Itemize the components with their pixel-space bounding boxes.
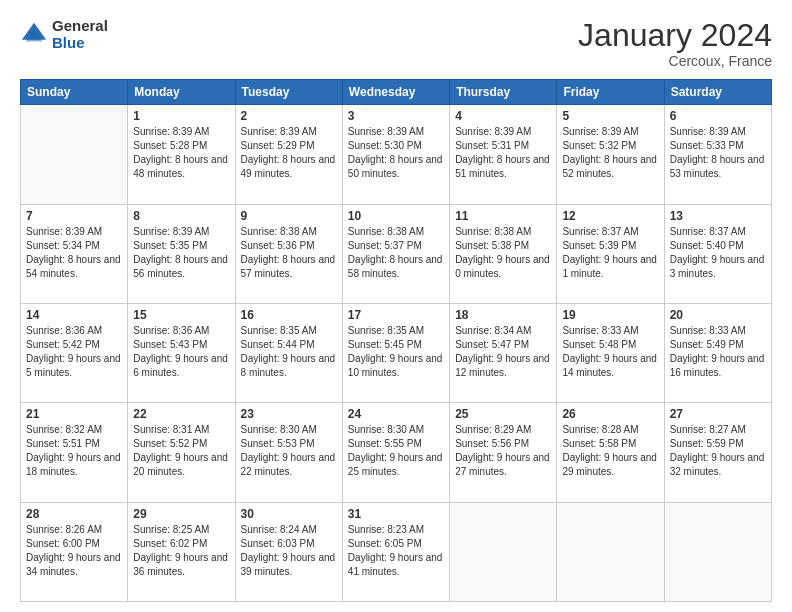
day-number: 8 [133,209,229,223]
col-thursday: Thursday [450,80,557,105]
calendar-cell: 17Sunrise: 8:35 AMSunset: 5:45 PMDayligh… [342,303,449,402]
calendar-cell: 8Sunrise: 8:39 AMSunset: 5:35 PMDaylight… [128,204,235,303]
day-number: 30 [241,507,337,521]
calendar-cell: 13Sunrise: 8:37 AMSunset: 5:40 PMDayligh… [664,204,771,303]
day-number: 11 [455,209,551,223]
calendar-cell: 23Sunrise: 8:30 AMSunset: 5:53 PMDayligh… [235,403,342,502]
calendar-header: Sunday Monday Tuesday Wednesday Thursday… [21,80,772,105]
calendar-cell: 3Sunrise: 8:39 AMSunset: 5:30 PMDaylight… [342,105,449,204]
calendar-cell: 31Sunrise: 8:23 AMSunset: 6:05 PMDayligh… [342,502,449,601]
day-number: 4 [455,109,551,123]
title-area: January 2024 Cercoux, France [578,18,772,69]
day-number: 27 [670,407,766,421]
day-number: 18 [455,308,551,322]
day-number: 12 [562,209,658,223]
calendar-cell: 29Sunrise: 8:25 AMSunset: 6:02 PMDayligh… [128,502,235,601]
day-info: Sunrise: 8:39 AMSunset: 5:34 PMDaylight:… [26,225,122,281]
logo-general-text: General [52,18,108,35]
day-info: Sunrise: 8:38 AMSunset: 5:38 PMDaylight:… [455,225,551,281]
calendar-cell: 11Sunrise: 8:38 AMSunset: 5:38 PMDayligh… [450,204,557,303]
day-number: 16 [241,308,337,322]
calendar-cell: 10Sunrise: 8:38 AMSunset: 5:37 PMDayligh… [342,204,449,303]
calendar-week-3: 14Sunrise: 8:36 AMSunset: 5:42 PMDayligh… [21,303,772,402]
day-number: 14 [26,308,122,322]
day-number: 3 [348,109,444,123]
calendar-cell [21,105,128,204]
logo-blue-text: Blue [52,35,108,52]
page: General Blue January 2024 Cercoux, Franc… [0,0,792,612]
day-info: Sunrise: 8:38 AMSunset: 5:37 PMDaylight:… [348,225,444,281]
col-saturday: Saturday [664,80,771,105]
day-number: 17 [348,308,444,322]
day-info: Sunrise: 8:23 AMSunset: 6:05 PMDaylight:… [348,523,444,579]
day-number: 23 [241,407,337,421]
calendar-week-5: 28Sunrise: 8:26 AMSunset: 6:00 PMDayligh… [21,502,772,601]
calendar-cell: 6Sunrise: 8:39 AMSunset: 5:33 PMDaylight… [664,105,771,204]
calendar-cell: 28Sunrise: 8:26 AMSunset: 6:00 PMDayligh… [21,502,128,601]
col-monday: Monday [128,80,235,105]
col-friday: Friday [557,80,664,105]
calendar-cell: 15Sunrise: 8:36 AMSunset: 5:43 PMDayligh… [128,303,235,402]
calendar-table: Sunday Monday Tuesday Wednesday Thursday… [20,79,772,602]
day-info: Sunrise: 8:33 AMSunset: 5:48 PMDaylight:… [562,324,658,380]
col-sunday: Sunday [21,80,128,105]
calendar-cell: 19Sunrise: 8:33 AMSunset: 5:48 PMDayligh… [557,303,664,402]
calendar-week-1: 1Sunrise: 8:39 AMSunset: 5:28 PMDaylight… [21,105,772,204]
calendar-cell: 27Sunrise: 8:27 AMSunset: 5:59 PMDayligh… [664,403,771,502]
day-info: Sunrise: 8:39 AMSunset: 5:31 PMDaylight:… [455,125,551,181]
day-number: 21 [26,407,122,421]
day-number: 26 [562,407,658,421]
day-number: 28 [26,507,122,521]
day-info: Sunrise: 8:35 AMSunset: 5:45 PMDaylight:… [348,324,444,380]
day-info: Sunrise: 8:39 AMSunset: 5:35 PMDaylight:… [133,225,229,281]
day-info: Sunrise: 8:37 AMSunset: 5:40 PMDaylight:… [670,225,766,281]
location: Cercoux, France [578,53,772,69]
day-number: 10 [348,209,444,223]
col-tuesday: Tuesday [235,80,342,105]
calendar-cell: 18Sunrise: 8:34 AMSunset: 5:47 PMDayligh… [450,303,557,402]
header-row: Sunday Monday Tuesday Wednesday Thursday… [21,80,772,105]
calendar-week-2: 7Sunrise: 8:39 AMSunset: 5:34 PMDaylight… [21,204,772,303]
calendar-cell: 21Sunrise: 8:32 AMSunset: 5:51 PMDayligh… [21,403,128,502]
day-info: Sunrise: 8:38 AMSunset: 5:36 PMDaylight:… [241,225,337,281]
day-info: Sunrise: 8:31 AMSunset: 5:52 PMDaylight:… [133,423,229,479]
day-info: Sunrise: 8:24 AMSunset: 6:03 PMDaylight:… [241,523,337,579]
calendar-cell: 14Sunrise: 8:36 AMSunset: 5:42 PMDayligh… [21,303,128,402]
header: General Blue January 2024 Cercoux, Franc… [20,18,772,69]
calendar-cell: 24Sunrise: 8:30 AMSunset: 5:55 PMDayligh… [342,403,449,502]
calendar-cell: 26Sunrise: 8:28 AMSunset: 5:58 PMDayligh… [557,403,664,502]
day-info: Sunrise: 8:28 AMSunset: 5:58 PMDaylight:… [562,423,658,479]
calendar-week-4: 21Sunrise: 8:32 AMSunset: 5:51 PMDayligh… [21,403,772,502]
day-info: Sunrise: 8:29 AMSunset: 5:56 PMDaylight:… [455,423,551,479]
logo-text: General Blue [52,18,108,51]
day-info: Sunrise: 8:25 AMSunset: 6:02 PMDaylight:… [133,523,229,579]
day-info: Sunrise: 8:30 AMSunset: 5:55 PMDaylight:… [348,423,444,479]
calendar-cell: 2Sunrise: 8:39 AMSunset: 5:29 PMDaylight… [235,105,342,204]
day-number: 7 [26,209,122,223]
calendar-body: 1Sunrise: 8:39 AMSunset: 5:28 PMDaylight… [21,105,772,602]
calendar-cell [664,502,771,601]
calendar-cell: 22Sunrise: 8:31 AMSunset: 5:52 PMDayligh… [128,403,235,502]
col-wednesday: Wednesday [342,80,449,105]
day-number: 22 [133,407,229,421]
day-number: 6 [670,109,766,123]
calendar-cell [450,502,557,601]
day-info: Sunrise: 8:39 AMSunset: 5:32 PMDaylight:… [562,125,658,181]
calendar-cell: 12Sunrise: 8:37 AMSunset: 5:39 PMDayligh… [557,204,664,303]
day-info: Sunrise: 8:30 AMSunset: 5:53 PMDaylight:… [241,423,337,479]
day-info: Sunrise: 8:34 AMSunset: 5:47 PMDaylight:… [455,324,551,380]
calendar-cell: 25Sunrise: 8:29 AMSunset: 5:56 PMDayligh… [450,403,557,502]
day-info: Sunrise: 8:33 AMSunset: 5:49 PMDaylight:… [670,324,766,380]
day-info: Sunrise: 8:39 AMSunset: 5:33 PMDaylight:… [670,125,766,181]
day-number: 19 [562,308,658,322]
day-info: Sunrise: 8:37 AMSunset: 5:39 PMDaylight:… [562,225,658,281]
day-number: 9 [241,209,337,223]
calendar-cell: 4Sunrise: 8:39 AMSunset: 5:31 PMDaylight… [450,105,557,204]
calendar-cell: 5Sunrise: 8:39 AMSunset: 5:32 PMDaylight… [557,105,664,204]
day-number: 13 [670,209,766,223]
calendar-cell: 9Sunrise: 8:38 AMSunset: 5:36 PMDaylight… [235,204,342,303]
day-number: 1 [133,109,229,123]
day-number: 29 [133,507,229,521]
logo: General Blue [20,18,108,51]
day-info: Sunrise: 8:26 AMSunset: 6:00 PMDaylight:… [26,523,122,579]
